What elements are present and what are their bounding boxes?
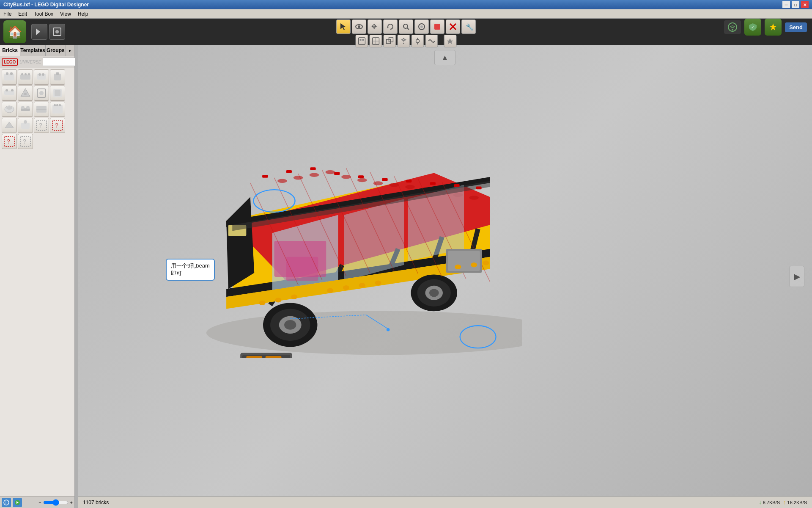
download-speed: ↓ 8.7KB/S	[759, 499, 780, 505]
tool-move[interactable]: ✥	[368, 19, 382, 34]
brick-item[interactable]	[18, 118, 33, 133]
menu-file[interactable]: File	[0, 9, 15, 18]
svg-rect-143	[246, 356, 262, 358]
menu-toolbox[interactable]: Tool Box	[30, 9, 57, 18]
svg-rect-36	[10, 72, 13, 75]
svg-point-156	[387, 328, 390, 331]
tool-zoom[interactable]	[399, 19, 413, 34]
brick-item[interactable]: ?	[18, 134, 33, 149]
network-btn[interactable]	[724, 20, 741, 34]
tabs-more[interactable]: ▸	[66, 45, 74, 56]
canvas-area[interactable]: ▲ ▶	[78, 45, 812, 508]
zoom-in[interactable]: +	[70, 500, 73, 505]
svg-rect-18	[362, 39, 364, 41]
tool-mask[interactable]	[414, 19, 429, 34]
svg-rect-38	[21, 73, 23, 75]
star-btn[interactable]	[765, 19, 782, 36]
brick-item[interactable]	[50, 102, 65, 117]
brick-item[interactable]	[2, 102, 17, 117]
brick-item[interactable]	[18, 69, 33, 85]
tool-delete[interactable]	[446, 19, 460, 34]
svg-marker-33	[769, 23, 777, 30]
toolbar-btn-2[interactable]	[49, 24, 65, 40]
upload-value: 18.2KB/S	[787, 500, 807, 505]
send-button[interactable]: Send	[785, 22, 807, 32]
tool-paint[interactable]	[430, 19, 444, 34]
tool-snap[interactable]	[356, 35, 368, 47]
close-button[interactable]: ✕	[801, 1, 809, 8]
svg-point-135	[343, 285, 349, 290]
nav-arrow-top[interactable]: ▲	[434, 50, 455, 65]
tab-bricks[interactable]: Bricks	[0, 45, 20, 56]
brick-item[interactable]: ?	[50, 118, 65, 133]
brick-item[interactable]	[34, 69, 49, 85]
brick-row: ? ?	[2, 134, 73, 149]
tool-nav[interactable]	[444, 35, 457, 47]
tool-flex[interactable]	[425, 35, 438, 47]
lego-logo: LEGO	[2, 58, 18, 66]
svg-point-132	[275, 298, 281, 302]
brick-item[interactable]	[50, 86, 65, 101]
sidebar-icon-1[interactable]: i	[2, 498, 11, 507]
svg-marker-26	[404, 39, 407, 41]
svg-text:?: ?	[55, 122, 58, 129]
tool-rotate[interactable]	[383, 19, 398, 34]
brick-item[interactable]	[18, 86, 33, 101]
svg-point-86	[357, 178, 367, 182]
svg-rect-54	[55, 90, 60, 96]
tool-mirror[interactable]	[398, 35, 410, 47]
tool-select[interactable]	[336, 19, 351, 34]
tool-grid[interactable]	[370, 35, 382, 47]
brick-item[interactable]	[2, 69, 17, 85]
brick-item[interactable]	[2, 86, 17, 101]
svg-point-42	[38, 73, 41, 76]
annotation-line1: 用一个9孔beam	[171, 262, 210, 269]
nav-arrow-right[interactable]: ▶	[789, 266, 804, 287]
svg-point-67	[24, 120, 27, 124]
svg-point-104	[284, 320, 296, 330]
svg-point-56	[6, 106, 12, 110]
svg-rect-115	[382, 178, 387, 181]
home-button[interactable]: 🏠	[3, 20, 26, 43]
tool-special[interactable]: 🔧	[461, 19, 476, 34]
menu-view[interactable]: View	[57, 9, 74, 18]
tool-hinge[interactable]	[411, 35, 424, 47]
shield-btn[interactable]: ✓	[744, 19, 761, 36]
brick-item[interactable]: ?	[2, 134, 17, 149]
brick-item[interactable]: ?	[34, 118, 49, 133]
minimize-button[interactable]: ─	[782, 1, 790, 8]
brick-item[interactable]	[34, 86, 49, 101]
menu-help[interactable]: Help	[74, 9, 92, 18]
tool-clone[interactable]	[384, 35, 396, 47]
svg-point-31	[732, 29, 733, 30]
brick-item[interactable]	[2, 118, 17, 133]
svg-point-138	[455, 265, 461, 269]
maximize-button[interactable]: □	[792, 1, 799, 8]
svg-point-131	[259, 301, 266, 305]
brick-row	[2, 69, 73, 85]
sidebar-icon-2[interactable]	[13, 498, 22, 507]
zoom-slider[interactable]	[43, 501, 69, 504]
tab-groups[interactable]: Groups	[46, 45, 66, 56]
brick-row	[2, 86, 73, 101]
brick-item[interactable]	[50, 69, 65, 85]
zoom-out[interactable]: −	[38, 500, 41, 505]
tool-hide[interactable]	[352, 19, 366, 34]
svg-marker-0	[36, 28, 40, 35]
svg-point-81	[277, 179, 287, 183]
svg-rect-116	[406, 180, 411, 183]
brick-item[interactable]	[34, 102, 49, 117]
svg-rect-118	[454, 184, 459, 187]
toolbar-btn-1[interactable]	[31, 24, 47, 40]
window-title: CityBus.lxf - LEGO Digital Designer	[3, 2, 89, 8]
svg-point-11	[420, 25, 423, 28]
menu-edit[interactable]: Edit	[15, 9, 30, 18]
brick-item[interactable]	[18, 102, 33, 117]
tab-templates[interactable]: Templates	[20, 45, 45, 56]
svg-rect-111	[286, 170, 292, 173]
svg-point-43	[42, 73, 44, 76]
status-bar: 1107 bricks ↓ 8.7KB/S ↑ 18.2KB/S	[78, 496, 812, 508]
svg-rect-12	[434, 24, 440, 30]
universe-logo: UNIVERSE	[19, 60, 41, 64]
svg-rect-117	[430, 182, 436, 185]
